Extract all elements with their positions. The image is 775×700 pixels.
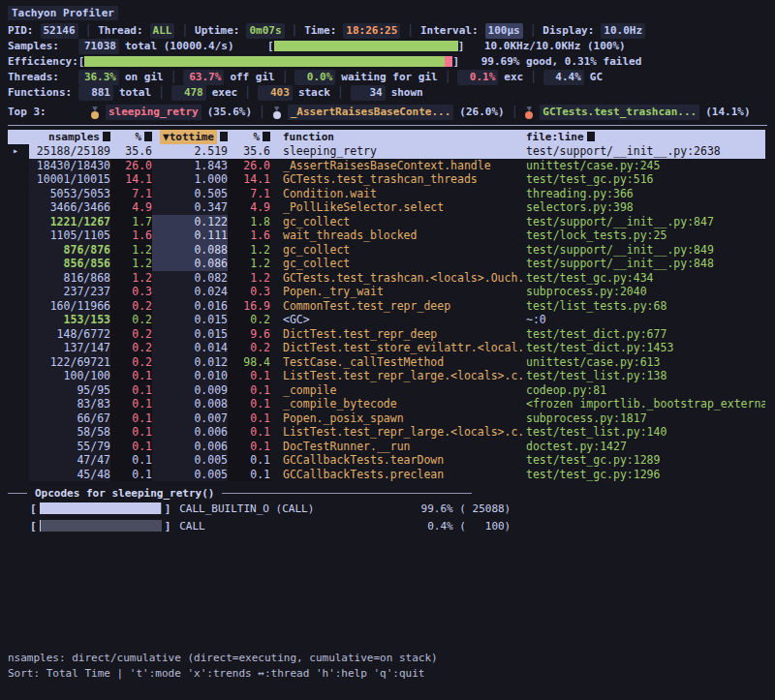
table-row[interactable]: 83/83 0.1 0.008 0.1 _compile_bytecode <f… xyxy=(8,397,765,411)
footer-legend: nsamples: direct/cumulative (direct=exec… xyxy=(8,651,438,666)
samples-suffix: total (10000.4/s) xyxy=(125,40,234,52)
table-row[interactable]: 122/69721 0.2 0.012 98.4 TestCase._callT… xyxy=(8,355,765,370)
footer: nsamples: direct/cumulative (direct=exec… xyxy=(8,651,438,682)
table-row[interactable]: 876/876 1.2 0.088 1.2 gc_collect test/su… xyxy=(8,243,765,258)
table-row[interactable]: 160/11966 0.2 0.016 16.9 CommonTest.test… xyxy=(8,299,765,314)
cell-pct-direct: 1.7 xyxy=(110,215,152,229)
cell-pct-direct: 0.1 xyxy=(110,369,152,383)
cell-nsamples: 100/100 xyxy=(29,369,110,383)
cell-nsamples: 1221/1267 xyxy=(29,215,110,229)
row-pointer xyxy=(8,285,29,299)
cell-tottime: 0.024 xyxy=(152,285,228,299)
cell-file-line: test/test_gc.py:1289 xyxy=(526,453,765,468)
status-item: Time: 18:26:25 │ xyxy=(304,23,420,39)
separator: │ xyxy=(505,105,525,120)
table-row[interactable]: 237/237 0.3 0.024 0.3 Popen._try_wait su… xyxy=(8,285,765,299)
header-tottime-sort[interactable]: ▼tottime xyxy=(152,130,228,144)
cell-function: wait_threads_blocked xyxy=(270,228,526,243)
bracket: ] xyxy=(165,520,171,533)
table-row[interactable]: 1221/1267 1.7 0.122 1.8 gc_collect test/… xyxy=(8,215,765,229)
separator: │ xyxy=(174,23,195,39)
table-row[interactable]: 100/100 0.1 0.010 0.1 ListTest.test_repr… xyxy=(8,369,765,383)
status-item-label: Uptime: xyxy=(195,23,239,39)
table-row[interactable]: 148/6772 0.2 0.015 9.6 DictTest.test_rep… xyxy=(8,327,765,342)
status-item-value: 18:26:25 xyxy=(343,23,400,39)
table-row[interactable]: 47/47 0.1 0.005 0.1 GCCallbackTests.tear… xyxy=(8,453,765,468)
table-row[interactable]: 45/48 0.1 0.005 0.1 GCCallbackTests.prec… xyxy=(8,468,765,482)
status-item: PID: 52146 │ xyxy=(8,23,98,39)
thread-segment: 36.3% on gil │ xyxy=(78,70,183,85)
row-pointer xyxy=(8,411,29,426)
header-file-line[interactable]: file:line xyxy=(526,130,765,144)
cell-file-line: test/support/__init__.py:849 xyxy=(526,243,765,258)
status-item-value: 52146 xyxy=(41,23,78,39)
profiler-app: Tachyon Profiler PID: 52146 │ Thread: AL… xyxy=(0,0,775,120)
bracket: [ xyxy=(30,520,37,533)
table-row[interactable]: 95/95 0.1 0.009 0.1 _compile codeop.py:8… xyxy=(8,383,765,398)
samples-rate: 10.0KHz/10.0KHz (100%) xyxy=(484,39,626,54)
cell-nsamples: 83/83 xyxy=(29,397,110,411)
cell-nsamples: 153/153 xyxy=(29,313,110,327)
header-nsamples[interactable]: nsamples xyxy=(29,130,110,144)
cell-tottime: 0.005 xyxy=(152,468,228,482)
table-row[interactable]: 137/147 0.2 0.014 0.2 DictTest.test_stor… xyxy=(8,341,765,355)
table-row[interactable]: 816/868 1.2 0.082 1.2 GCTests.test_trash… xyxy=(8,271,765,286)
status-item-label: Thread: xyxy=(98,23,142,39)
cell-function: Condition.wait xyxy=(270,187,526,201)
top3-entry: sleeping_retry (35.6%) │ xyxy=(90,105,272,120)
table-row[interactable]: 3466/3466 4.9 0.347 4.9 _PollLikeSelecto… xyxy=(8,200,765,215)
opcode-row: [ ] CALL_BUILTIN_O (CALL) 99.6% ( 25088) xyxy=(8,501,767,516)
functions-segment-label: exec xyxy=(212,85,238,101)
top3-entry-name: sleeping_retry xyxy=(106,105,202,120)
table-row[interactable]: 153/153 0.2 0.015 0.2 <GC> ~:0 xyxy=(8,313,765,327)
header-pct-direct[interactable]: % xyxy=(110,130,152,144)
cell-function: GCTests.test_trashcan_threads xyxy=(270,172,526,187)
table-row[interactable]: 55/79 0.1 0.006 0.1 DocTestRunner.__run … xyxy=(8,440,765,454)
cell-tottime: 0.111 xyxy=(152,228,228,243)
efficiency-summary: 99.69% good, 0.31% failed xyxy=(481,55,642,68)
table-row[interactable]: 1105/1105 1.6 0.111 1.6 wait_threads_blo… xyxy=(8,228,765,243)
cell-pct-direct: 4.9 xyxy=(110,200,152,215)
status-item: Uptime: 0m07s │ xyxy=(195,23,304,39)
header-pct-cumulative[interactable]: % xyxy=(228,130,270,144)
thread-segment: 4.4% GC xyxy=(543,70,603,85)
cell-tottime: 0.015 xyxy=(152,313,228,327)
cell-pct-direct: 1.2 xyxy=(110,243,152,258)
status-item: Thread: ALL │ xyxy=(98,23,195,39)
separator: │ xyxy=(275,70,295,85)
table-row[interactable]: 58/58 0.1 0.006 0.1 ListTest.test_repr_l… xyxy=(8,425,765,440)
table-row[interactable]: 856/856 1.2 0.086 1.2 gc_collect test/su… xyxy=(8,257,765,271)
table-row[interactable]: 5053/5053 7.1 0.505 7.1 Condition.wait t… xyxy=(8,187,765,201)
table-row[interactable]: 66/67 0.1 0.007 0.1 Popen._posix_spawn s… xyxy=(8,411,765,426)
sort-indicator: ▼tottime xyxy=(160,130,217,144)
cell-nsamples: 10001/10015 xyxy=(29,172,110,187)
cell-pct-direct: 26.0 xyxy=(110,159,152,173)
cell-function: DictTest.test_repr_deep xyxy=(270,327,526,342)
cell-pct-cumulative: 26.0 xyxy=(228,159,270,173)
opcode-bar xyxy=(40,520,162,532)
status-item: Interval: 100µs │ xyxy=(420,23,542,39)
cell-pct-cumulative: 0.2 xyxy=(228,313,270,327)
table-row[interactable]: 10001/10015 14.1 1.000 14.1 GCTests.test… xyxy=(8,172,765,187)
table-row[interactable]: 18430/18430 26.0 1.843 26.0 _AssertRaise… xyxy=(8,159,765,173)
table-header: nsamples % ▼tottime % function file:line xyxy=(8,130,765,144)
cell-pct-direct: 0.2 xyxy=(110,355,152,370)
cell-function: ListTest.test_repr_large.<locals>.c... xyxy=(270,425,526,440)
cell-file-line: <frozen importlib._bootstrap_externa xyxy=(526,397,765,411)
cell-file-line: test/test_list.py:140 xyxy=(526,425,765,440)
thread-segment: 0.1% exc │ xyxy=(457,70,543,85)
cell-tottime: 0.006 xyxy=(152,440,228,454)
cell-tottime: 0.086 xyxy=(152,257,228,271)
cell-function: gc_collect xyxy=(270,243,526,258)
cell-file-line: codeop.py:81 xyxy=(526,383,765,398)
samples-line: Samples:71038total (10000.4/s) [] 10.0KH… xyxy=(8,39,767,54)
opcodes-section: Opcodes for sleeping_retry() [ ] CALL_BU… xyxy=(8,486,767,533)
header-function[interactable]: function xyxy=(270,130,526,144)
cell-pct-cumulative: 1.6 xyxy=(228,228,270,243)
opcodes-header: Opcodes for sleeping_retry() xyxy=(8,486,767,500)
medal-icon xyxy=(524,107,534,119)
functions-label: Functions: xyxy=(8,85,72,101)
cell-tottime: 1.843 xyxy=(152,159,228,173)
table-row[interactable]: ▸ 25188/25189 35.6 2.519 35.6 sleeping_r… xyxy=(8,144,765,159)
cell-file-line: doctest.py:1427 xyxy=(526,440,765,454)
